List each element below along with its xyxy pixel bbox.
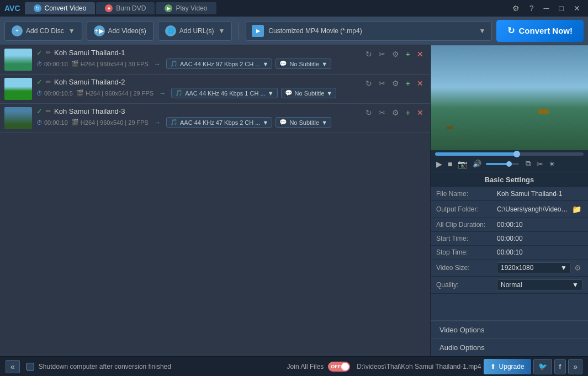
audio-options-button[interactable]: Audio Options: [431, 338, 588, 356]
settings-btn[interactable]: ⚙: [509, 3, 523, 14]
help-btn[interactable]: ?: [526, 3, 537, 14]
settings-btn-1[interactable]: ⚙: [390, 49, 401, 60]
stop-button[interactable]: ■: [447, 158, 453, 170]
burn-tab-icon: ●: [105, 4, 113, 12]
start-label: Start Time:: [436, 235, 497, 242]
status-left: Shutdown computer after conversion finis…: [27, 362, 351, 372]
volume-button[interactable]: 🔊: [472, 158, 483, 169]
copy-button[interactable]: ⧉: [525, 158, 532, 170]
cut-btn-2[interactable]: ✂: [377, 78, 388, 89]
videosize-select[interactable]: 1920x1080 ▼: [497, 262, 571, 273]
trim-button[interactable]: ✂: [536, 158, 544, 170]
quality-select[interactable]: Normal ▼: [497, 279, 582, 290]
add-btn-3[interactable]: +: [404, 107, 412, 118]
minimize-btn[interactable]: ─: [541, 3, 553, 14]
add-btn-2[interactable]: +: [404, 78, 412, 89]
settings-btn-3[interactable]: ⚙: [390, 107, 401, 118]
tab-burn[interactable]: ● Burn DVD: [96, 2, 155, 14]
add-cd-dropdown-arrow: ▼: [68, 27, 75, 35]
add-btn-1[interactable]: +: [404, 49, 412, 60]
add-url-button[interactable]: 🌐 Add URL(s) ▼: [158, 21, 232, 41]
videosize-label: Video Size:: [436, 264, 497, 272]
edit-icon-3[interactable]: ✏: [46, 108, 51, 115]
close-btn[interactable]: ✕: [570, 3, 584, 14]
add-video-label: Add Video(s): [108, 27, 146, 35]
subtitle-selector-3[interactable]: 💬 No Subtitle ▼: [276, 117, 331, 128]
cut-btn-3[interactable]: ✂: [377, 107, 388, 118]
play-button[interactable]: ▶: [435, 158, 443, 170]
volume-fill: [486, 163, 509, 165]
clock-icon-2: ⏱: [36, 90, 43, 97]
screenshot-button[interactable]: 📷: [457, 158, 468, 170]
duration-label: All Clip Duration:: [436, 221, 497, 229]
settings-row-quality: Quality: Normal ▼: [431, 277, 588, 294]
facebook-button[interactable]: f: [554, 359, 566, 374]
subtitle-selector-2[interactable]: 💬 No Subtitle ▼: [281, 88, 337, 98]
join-label: Join All Files: [287, 363, 324, 370]
output-value: C:\Users\yangh\Videos...: [497, 205, 569, 213]
subtitle-selector-1[interactable]: 💬 No Subtitle ▼: [276, 59, 331, 69]
subtitle-icon-3: 💬: [279, 119, 287, 126]
codec-2: 🎬 H264 | 960x544 | 29 FPS: [76, 89, 153, 97]
refresh-btn-3[interactable]: ↻: [363, 107, 374, 118]
settings-btn-2[interactable]: ⚙: [390, 78, 401, 89]
remove-btn-2[interactable]: ✕: [415, 78, 426, 89]
status-right: D:\videos\Thai\Koh Samui Thailand-1.mp4 …: [357, 359, 582, 374]
app-logo: AVC: [4, 4, 20, 13]
audio-dropdown-arrow-2: ▼: [268, 90, 274, 97]
tab-play[interactable]: ▶ Play Video: [156, 2, 216, 14]
upgrade-button[interactable]: ⬆ Upgrade: [484, 359, 531, 374]
more-button[interactable]: »: [568, 359, 582, 374]
shutdown-checkbox[interactable]: [27, 363, 34, 370]
twitter-button[interactable]: 🐦: [533, 359, 552, 374]
clock-icon-1: ⏱: [36, 61, 43, 67]
join-toggle[interactable]: OFF: [328, 362, 350, 372]
titlebar-left: AVC ↻ Convert Video ● Burn DVD ▶ Play Vi…: [4, 2, 216, 14]
refresh-btn-1[interactable]: ↻: [363, 49, 374, 60]
player-controls: ▶ ■ 📷 🔊 ⧉ ✂ ✴: [431, 150, 588, 172]
edit-icon-2[interactable]: ✏: [46, 78, 51, 86]
arrow-2: →: [159, 89, 166, 97]
format-selector[interactable]: ▶ Customized MP4 Movie (*.mp4) ▼: [246, 21, 491, 41]
subtitle-dropdown-arrow-1: ▼: [321, 61, 327, 67]
toggle-knob: [341, 363, 349, 370]
audio-track-3[interactable]: 🎵 AAC 44 KHz 47 Kbps 2 CH ... ▼: [166, 117, 272, 128]
arrow-3: →: [154, 119, 161, 126]
audio-track-2[interactable]: 🎵 AAC 44 KHz 46 Kbps 1 CH ... ▼: [171, 88, 277, 98]
effects-button[interactable]: ✴: [548, 158, 557, 170]
add-video-icon: +▶: [94, 25, 105, 36]
video-options-button[interactable]: Video Options: [431, 321, 588, 338]
cut-btn-1[interactable]: ✂: [377, 49, 388, 60]
add-cd-icon: +: [12, 25, 23, 36]
add-url-label: Add URL(s): [179, 27, 214, 35]
nav-back-button[interactable]: «: [6, 360, 20, 373]
videosize-settings-button[interactable]: ⚙: [573, 262, 582, 273]
titlebar-controls: ⚙ ? ─ □ ✕: [509, 3, 584, 14]
remove-btn-3[interactable]: ✕: [415, 107, 426, 118]
browse-folder-button[interactable]: 📁: [571, 204, 582, 215]
volume-bar[interactable]: [486, 163, 519, 165]
audio-track-1[interactable]: 🎵 AAC 44 KHz 97 Kbps 2 CH ... ▼: [166, 59, 272, 69]
table-row: ✓ ✏ Koh Samui Thailand-1 ⏱ 00:00:10 🎬 H2…: [0, 45, 430, 75]
titlebar: AVC ↻ Convert Video ● Burn DVD ▶ Play Vi…: [0, 0, 588, 17]
maximize-btn[interactable]: □: [556, 3, 567, 14]
settings-row-stop: Stop Time: 00:00:10: [431, 246, 588, 260]
convert-button[interactable]: ↻ Convert Now!: [496, 20, 584, 42]
videosize-value: 1920x1080: [501, 264, 533, 272]
add-cd-button[interactable]: + Add CD Disc ▼: [4, 21, 82, 41]
volume-handle[interactable]: [506, 161, 512, 167]
quality-dropdown-arrow: ▼: [572, 281, 579, 289]
settings-panel: Basic Settings File Name: Koh Samui Thai…: [431, 172, 588, 320]
format-label: Customized MP4 Movie (*.mp4): [268, 27, 362, 35]
refresh-btn-2[interactable]: ↻: [363, 78, 374, 89]
audio-dropdown-arrow-1: ▼: [262, 61, 268, 67]
progress-handle[interactable]: [513, 151, 520, 157]
convert-icon: ↻: [507, 25, 515, 36]
filename-value: Koh Samui Thailand-1: [497, 190, 582, 198]
progress-bar[interactable]: [435, 152, 584, 156]
tab-convert[interactable]: ↻ Convert Video: [25, 2, 96, 14]
remove-btn-1[interactable]: ✕: [415, 49, 426, 60]
edit-icon-1[interactable]: ✏: [46, 49, 51, 56]
add-cd-label: Add CD Disc: [26, 27, 64, 35]
add-video-button[interactable]: +▶ Add Video(s): [87, 21, 153, 41]
